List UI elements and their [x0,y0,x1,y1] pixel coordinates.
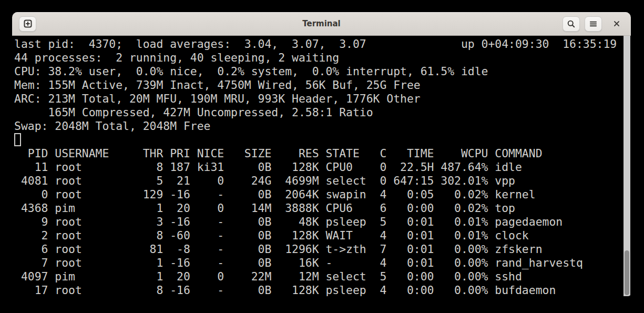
terminal-summary-line: ARC: 213M Total, 20M MFU, 190M MRU, 993K… [14,92,622,106]
search-icon [567,19,576,28]
menu-button[interactable] [585,16,602,32]
new-tab-icon [23,19,33,28]
terminal-summary-line: 165M Compressed, 427M Uncompressed, 2.58… [14,106,622,119]
terminal-summary-line: Swap: 2048M Total, 2048M Free [14,119,622,133]
process-table-header: PID USERNAME THR PRI NICE SIZE RES STATE… [14,147,622,160]
search-button[interactable] [563,16,580,32]
terminal-summary-line: CPU: 38.2% user, 0.0% nice, 0.2% system,… [14,65,622,78]
process-row: 0 root 129 -16 - 0B 2064K swapin 4 0:05 … [14,188,622,201]
terminal-summary-line: Mem: 155M Active, 739M Inact, 4750M Wire… [14,78,622,92]
menu-icon [589,19,598,28]
new-tab-button[interactable] [19,16,36,32]
terminal-summary-line: 44 processes: 2 running, 40 sleeping, 2 … [14,51,622,65]
process-row: 6 root 81 -8 - 0B 1296K t->zth 7 0:01 0.… [14,243,622,256]
scrollbar-thumb[interactable] [625,250,629,295]
process-row: 2 root 8 -60 - 0B 128K WAIT 4 0:01 0.01%… [14,229,622,243]
titlebar[interactable]: Terminal [12,12,631,36]
process-row: 4097 pim 1 20 0 22M 12M select 5 0:00 0.… [14,270,622,284]
window-title: Terminal [12,19,631,28]
process-row: 9 root 3 -16 - 0B 48K psleep 5 0:01 0.01… [14,215,622,229]
scrollbar[interactable] [623,36,630,296]
terminal-summary-line: last pid: 4370; load averages: 3.04, 3.0… [14,37,622,51]
process-row: 17 root 8 -16 - 0B 128K psleep 4 0:00 0.… [14,284,622,296]
process-row: 4081 root 5 21 0 24G 4699M select 0 647:… [14,174,622,188]
process-row: 7 root 1 -16 - 0B 16K - 4 0:01 0.00% ran… [14,256,622,270]
terminal-cursor-line [14,133,622,147]
close-icon [612,19,621,28]
terminal-content[interactable]: last pid: 4370; load averages: 3.04, 3.0… [12,36,631,296]
terminal-window: Terminal last pid: 4370; load averag [12,12,631,296]
terminal-cursor [14,133,21,146]
process-row: 11 root 8 187 ki31 0B 128K CPU0 0 22.5H … [14,160,622,174]
process-row: 4368 pim 1 20 0 14M 3888K CPU6 6 0:00 0.… [14,201,622,215]
close-button[interactable] [610,17,623,31]
terminal-output: last pid: 4370; load averages: 3.04, 3.0… [14,37,622,296]
